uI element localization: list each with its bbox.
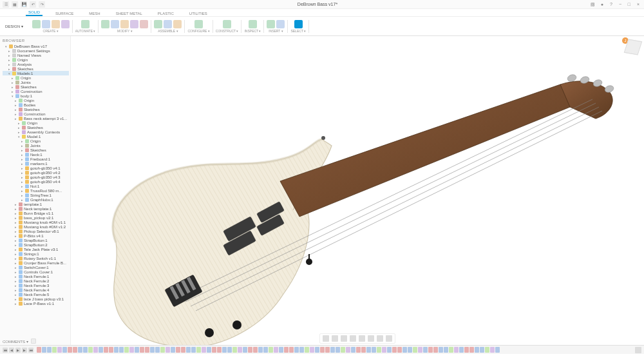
tree-twisty-icon[interactable]: ▸ (7, 49, 11, 53)
tree-node[interactable]: ▸Neck Ferrule:1 (3, 274, 69, 279)
tree-twisty-icon[interactable]: ▾ (4, 44, 8, 48)
timeline-feature[interactable] (346, 347, 350, 353)
timeline-feature[interactable] (454, 347, 459, 353)
timeline-feature[interactable] (207, 347, 211, 353)
timeline-feature[interactable] (191, 347, 196, 353)
tree-node[interactable]: ▸Origin (3, 121, 69, 125)
timeline-feature[interactable] (408, 347, 412, 353)
timeline-feature[interactable] (372, 347, 376, 353)
timeline-feature[interactable] (315, 347, 319, 353)
ribbon-tool-icon[interactable] (294, 20, 303, 28)
timeline-feature[interactable] (490, 347, 495, 353)
tree-twisty-icon[interactable]: ▸ (14, 270, 17, 274)
tree-twisty-icon[interactable]: ▸ (14, 99, 17, 103)
tree-twisty-icon[interactable]: ▸ (14, 239, 17, 242)
tree-node[interactable]: ▸Origin (3, 98, 69, 103)
ribbon-tool-icon[interactable] (32, 20, 41, 28)
tree-node[interactable]: ▸lace J bass pickup v3:1 (3, 297, 69, 301)
timeline-feature[interactable] (289, 347, 294, 353)
timeline-feature[interactable] (73, 347, 77, 353)
ribbon-group-label[interactable]: INSERT ▾ (269, 29, 283, 33)
tree-twisty-icon[interactable]: ▸ (14, 103, 17, 107)
tree-node[interactable]: ▸Bunn Bridge v1:1 (3, 211, 69, 215)
file-icon[interactable]: ▦ (12, 1, 18, 8)
timeline-feature[interactable] (78, 347, 82, 353)
tree-node[interactable]: ▸Sketches (3, 148, 69, 152)
tab-utilities[interactable]: UTILITIES (187, 11, 210, 16)
minimize-button[interactable]: − (617, 1, 623, 8)
timeline-rewind-icon[interactable]: ⏮ (3, 348, 8, 353)
tree-twisty-icon[interactable]: ▸ (14, 202, 17, 206)
viewport[interactable]: J (71, 36, 644, 354)
workspace-switcher[interactable]: DESIGN ▾ (3, 23, 26, 30)
comments-toggle-icon[interactable] (31, 338, 36, 344)
tree-twisty-icon[interactable]: ▸ (14, 284, 17, 288)
tree-twisty-icon[interactable]: ▸ (20, 189, 24, 193)
timeline-feature[interactable] (330, 347, 335, 353)
timeline-feature[interactable] (145, 347, 149, 353)
tree-node[interactable]: ▸StringTree:1 (3, 193, 69, 197)
timeline-feature[interactable] (114, 347, 118, 353)
timeline-feature[interactable] (140, 347, 144, 353)
pan-icon[interactable] (341, 335, 347, 342)
timeline-feature[interactable] (227, 347, 232, 353)
tree-node[interactable]: ▸Neck template:1 (3, 206, 69, 211)
redo-icon[interactable]: ↷ (39, 1, 45, 8)
tree-twisty-icon[interactable]: ▸ (14, 211, 17, 215)
tab-surface[interactable]: SURFACE (53, 11, 76, 16)
timeline-feature[interactable] (166, 347, 170, 353)
tab-sheetmetal[interactable]: SHEET METAL (113, 11, 145, 16)
tree-twisty-icon[interactable]: ▸ (20, 148, 24, 152)
ribbon-tool-icon[interactable] (130, 20, 138, 28)
ribbon-group-label[interactable]: AUTOMATE ▾ (75, 29, 96, 33)
tree-twisty-icon[interactable]: ▾ (7, 72, 11, 75)
tree-node[interactable]: ▸Named Views (3, 53, 69, 57)
save-icon[interactable]: 💾 (21, 1, 27, 8)
timeline-feature[interactable] (439, 347, 443, 353)
ribbon-group-label[interactable]: CREATE ▾ (43, 29, 59, 33)
ribbon-tool-icon[interactable] (223, 20, 231, 28)
notifications-icon[interactable]: ● (599, 1, 605, 8)
timeline-feature[interactable] (160, 347, 165, 353)
tree-node[interactable]: ▸StrapButton:1 (3, 238, 69, 242)
tree-twisty-icon[interactable]: ▸ (10, 85, 14, 89)
timeline-feature[interactable] (361, 347, 366, 353)
timeline-feature[interactable] (52, 347, 57, 353)
tree-node[interactable]: ▸Bass neck attempt 3 v1... (3, 116, 69, 121)
tree-twisty-icon[interactable]: ▸ (7, 63, 11, 66)
tree-node[interactable]: ▸gotoh-gb350 v4:1 (3, 166, 69, 170)
timeline-feature[interactable] (124, 347, 129, 353)
tab-mesh[interactable]: MESH (86, 11, 102, 16)
timeline-feature[interactable] (351, 347, 355, 353)
tree-node[interactable]: ▸Cronjer Bass Ferrule B... (3, 260, 69, 265)
tree-node[interactable]: ▸Construction (3, 112, 69, 116)
tree-node[interactable]: ▸Controls Cover:1 (3, 270, 69, 274)
tab-solid[interactable]: SOLID (26, 10, 43, 16)
tree-twisty-icon[interactable]: ▸ (20, 157, 24, 161)
ribbon-tool-icon[interactable] (120, 20, 129, 28)
timeline-feature[interactable] (310, 347, 314, 353)
tree-twisty-icon[interactable]: ▸ (14, 252, 17, 256)
tree-node[interactable]: ▾body:1 (3, 93, 69, 98)
tree-twisty-icon[interactable]: ▸ (14, 257, 17, 260)
tree-twisty-icon[interactable]: ▸ (14, 207, 17, 211)
tree-twisty-icon[interactable]: ▸ (7, 58, 11, 62)
tree-twisty-icon[interactable]: ▸ (20, 180, 24, 184)
tree-node[interactable]: ▸Sketches (3, 125, 69, 130)
ribbon-group-label[interactable]: MODIFY ▾ (117, 29, 133, 33)
timeline-feature[interactable] (387, 347, 392, 353)
ribbon-tool-icon[interactable] (61, 20, 70, 28)
help-icon[interactable]: ? (608, 1, 614, 8)
ribbon-tool-icon[interactable] (140, 20, 148, 28)
timeline-feature[interactable] (294, 347, 299, 353)
tree-twisty-icon[interactable]: ▸ (17, 126, 21, 130)
timeline-settings-icon[interactable] (635, 347, 641, 353)
tree-node[interactable]: ▾DeBrown Bass v17 (3, 44, 69, 48)
tree-node[interactable]: ▾Models:1 (3, 71, 69, 75)
tree-twisty-icon[interactable]: ▸ (14, 266, 17, 270)
tree-twisty-icon[interactable]: ▸ (10, 90, 14, 93)
tree-twisty-icon[interactable]: ▸ (10, 81, 14, 84)
comments-bar[interactable]: COMMENTS ▾ (0, 337, 39, 345)
tree-node[interactable]: ▸P-Bitts v4:1 (3, 233, 69, 238)
timeline-feature[interactable] (243, 347, 247, 353)
